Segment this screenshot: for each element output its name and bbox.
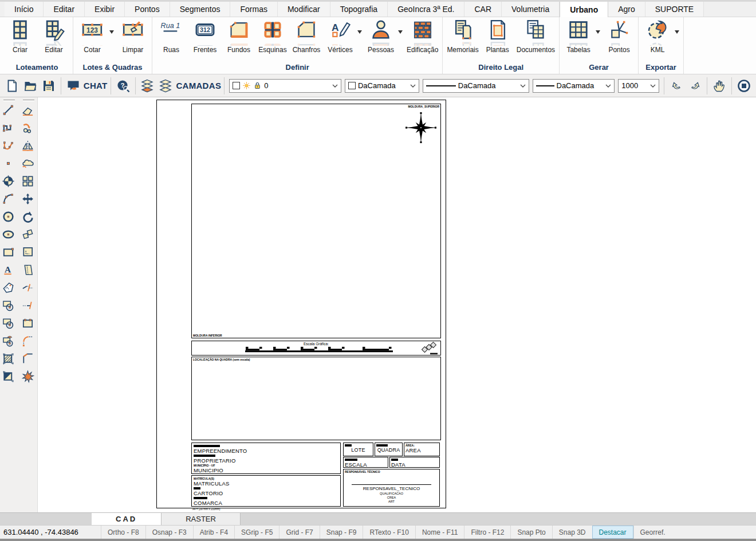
- lineweight-select[interactable]: DaCamada: [533, 79, 615, 93]
- status-toggle-snap-pto[interactable]: Snap Pto: [510, 526, 552, 539]
- menu-tab-volumetria[interactable]: Volumetria: [502, 2, 560, 17]
- view-tab-raster[interactable]: RASTER: [162, 513, 241, 525]
- ribbon-button-memoriais[interactable]: Memoriais: [446, 19, 479, 54]
- status-toggle-snap-3d[interactable]: Snap 3D: [552, 526, 592, 539]
- ribbon-button-documentos[interactable]: Documentos: [515, 19, 556, 54]
- array-tool[interactable]: [20, 173, 36, 188]
- tag-tool[interactable]: [1, 280, 17, 295]
- chevron-down-icon[interactable]: [650, 84, 656, 88]
- layer-on-sun-icon[interactable]: [242, 81, 251, 90]
- ellipse-tool[interactable]: [1, 227, 17, 242]
- kml-dropdown-caret-icon[interactable]: [675, 30, 679, 34]
- status-toggle-sgrip-f5[interactable]: SGrip - F5: [234, 526, 279, 539]
- ribbon-button-vertices[interactable]: AAVértices: [324, 19, 356, 54]
- chevron-down-icon[interactable]: [520, 84, 526, 88]
- linetype-select[interactable]: DaCamada: [423, 79, 529, 93]
- chevron-down-icon[interactable]: [410, 84, 416, 88]
- open-file-button[interactable]: [21, 77, 40, 95]
- status-toggle-nome-f11[interactable]: Nome - F11: [415, 526, 464, 539]
- erase-tool[interactable]: [20, 102, 36, 117]
- ribbon-button-cotar[interactable]: 123123Cotar: [76, 19, 108, 54]
- ribbon-button-pontos[interactable]: Pontos: [603, 19, 635, 54]
- arc-tool[interactable]: [1, 191, 17, 206]
- ribbon-button-esquinas[interactable]: Esquinas: [257, 19, 289, 54]
- offset-tool[interactable]: [20, 244, 36, 259]
- menu-tab-urbano[interactable]: Urbano: [560, 1, 608, 17]
- menu-tab-car[interactable]: CAR: [464, 2, 502, 17]
- move-tool[interactable]: [20, 191, 36, 206]
- polyline-tool[interactable]: [1, 120, 17, 135]
- revision-cloud-tool[interactable]: [20, 156, 36, 171]
- chamfer-tool[interactable]: [20, 351, 36, 366]
- menu-tab-segmentos[interactable]: Segmentos: [170, 2, 231, 17]
- copy-arrow-tool[interactable]: [1, 333, 17, 348]
- line-tool[interactable]: [1, 102, 17, 117]
- ribbon-button-pessoas[interactable]: Pessoas: [365, 19, 397, 54]
- chat-button[interactable]: CHAT: [84, 81, 108, 90]
- rect-grips-tool[interactable]: [20, 315, 36, 330]
- status-toggle-georref[interactable]: Georref.: [633, 526, 672, 539]
- menu-tab-agro[interactable]: Agro: [608, 2, 645, 17]
- status-toggle-rtexto-f10[interactable]: RTexto - F10: [363, 526, 415, 539]
- help-button[interactable]: ?: [114, 77, 132, 95]
- point-tool[interactable]: [1, 156, 17, 171]
- circle-tool[interactable]: [1, 209, 17, 224]
- menu-tab-suporte[interactable]: SUPORTE: [645, 2, 704, 17]
- view-tab-cad[interactable]: CAD: [92, 513, 162, 525]
- ribbon-button-editar[interactable]: Editar: [38, 19, 70, 54]
- explode-tool[interactable]: [20, 369, 36, 384]
- hatch-diagonal-tool[interactable]: [1, 369, 17, 384]
- regen-button[interactable]: [735, 77, 753, 95]
- text-tool[interactable]: A: [1, 262, 17, 277]
- camadas-button[interactable]: CAMADAS: [176, 81, 221, 90]
- trim-tool[interactable]: [20, 280, 36, 295]
- undo-button[interactable]: [667, 77, 686, 95]
- toolbar-grip[interactable]: [23, 100, 34, 101]
- new-file-button[interactable]: [3, 77, 21, 95]
- ribbon-button-plantas[interactable]: Plantas: [482, 19, 514, 54]
- redo-button[interactable]: [686, 77, 704, 95]
- menu-tab-modificar[interactable]: Modificar: [278, 2, 330, 17]
- vertices-dropdown-caret-icon[interactable]: [357, 30, 362, 34]
- drawing-canvas[interactable]: MOLDURA_SUPERIOR MOLDURA INFERIOR Escala…: [38, 97, 756, 512]
- region-copy-tool[interactable]: [1, 315, 17, 330]
- ribbon-button-ruas[interactable]: Rua 1Rua 1Ruas: [155, 19, 187, 54]
- menu-tab-formas[interactable]: Formas: [230, 2, 277, 17]
- point-style-tool[interactable]: [1, 173, 17, 188]
- cotar-dropdown-caret-icon[interactable]: [109, 30, 114, 34]
- polygon-tool[interactable]: [1, 138, 17, 153]
- status-toggle-osnap-f3[interactable]: Osnap - F3: [145, 526, 193, 539]
- chevron-down-icon[interactable]: [332, 84, 338, 88]
- ribbon-button-edificacao[interactable]: Edificação: [405, 19, 439, 54]
- chevron-down-icon[interactable]: [605, 84, 611, 88]
- align-tool[interactable]: [20, 227, 36, 242]
- layer-manager-button[interactable]: [139, 77, 157, 95]
- layer-select[interactable]: 0: [229, 79, 341, 93]
- menu-tab-pontos[interactable]: Pontos: [125, 2, 170, 17]
- menu-tab-geoincra-3-ed[interactable]: GeoIncra 3ª Ed.: [388, 2, 464, 17]
- toolbar-grip[interactable]: [3, 100, 15, 101]
- pan-button[interactable]: [710, 77, 729, 95]
- ribbon-button-fundos[interactable]: Fundos: [223, 19, 255, 54]
- status-toggle-ortho-f8[interactable]: Ortho - F8: [101, 526, 145, 539]
- ribbon-button-criar[interactable]: Criar: [4, 19, 36, 54]
- color-select[interactable]: DaCamada: [345, 79, 419, 93]
- mirror-tool[interactable]: [20, 138, 36, 153]
- status-toggle-atrib-f4[interactable]: Atrib - F4: [193, 526, 234, 539]
- rectangle-tool[interactable]: [1, 244, 17, 259]
- status-toggle-grid-f7[interactable]: Grid - F7: [279, 526, 319, 539]
- scale-select[interactable]: 1000: [618, 79, 659, 93]
- fillet-tool[interactable]: [20, 333, 36, 348]
- menu-tab-topografia[interactable]: Topografia: [330, 2, 388, 17]
- status-toggle-snap-f9[interactable]: Snap - F9: [320, 526, 363, 539]
- ribbon-button-frentes[interactable]: 312312Frentes: [189, 19, 221, 54]
- status-toggle-filtro-f12[interactable]: Filtro - F12: [464, 526, 510, 539]
- menu-tab-inicio[interactable]: Início: [5, 2, 44, 17]
- ribbon-button-limpar[interactable]: Limpar: [117, 19, 149, 54]
- region-tool[interactable]: [1, 298, 17, 313]
- rotate-tool[interactable]: [20, 209, 36, 224]
- menu-tab-exibir[interactable]: Exibir: [85, 2, 125, 17]
- status-toggle-destacar[interactable]: Destacar: [592, 526, 633, 539]
- spline-edit-tool[interactable]: [20, 120, 36, 135]
- chat-icon[interactable]: [64, 77, 82, 95]
